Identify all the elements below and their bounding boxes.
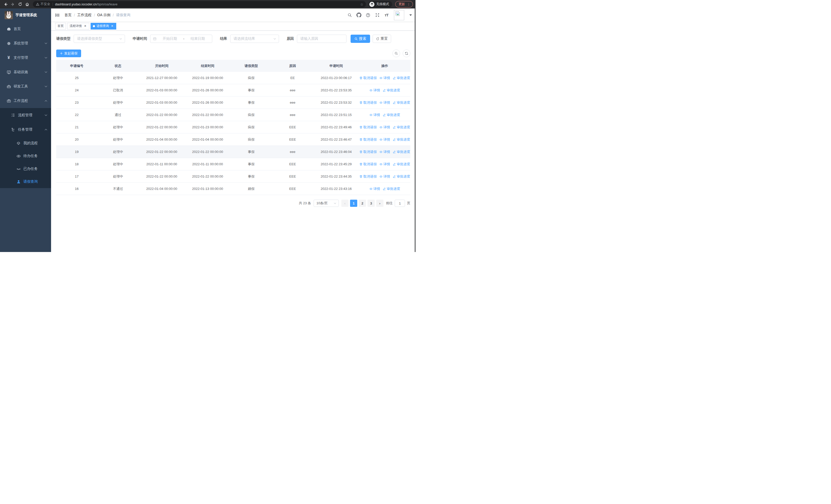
create-leave-button[interactable]: 发起请假 <box>56 50 81 57</box>
sidebar-item-infra[interactable]: 基础设施 <box>0 65 51 79</box>
font-size-icon[interactable]: ᴛT <box>384 12 389 18</box>
window-scrollbar-edge[interactable] <box>415 8 416 252</box>
breadcrumb-home[interactable]: 首页 <box>64 13 71 18</box>
sidebar-item-task-mgmt[interactable]: 任务管理 <box>0 122 51 137</box>
sidebar-item-done-tasks[interactable]: 已办任务 <box>0 162 51 175</box>
sidebar-item-devtools[interactable]: 研发工具 <box>0 79 51 94</box>
breadcrumb-oa[interactable]: OA 示例 <box>97 13 110 18</box>
avatar[interactable] <box>394 10 404 20</box>
next-page-button[interactable]: › <box>376 200 383 207</box>
browser-forward-icon[interactable] <box>9 1 17 8</box>
collapse-sidebar-icon[interactable] <box>55 12 60 18</box>
trash-icon <box>359 138 363 141</box>
action-progress-link[interactable]: 审批进度 <box>393 100 410 105</box>
browser-home-icon[interactable] <box>24 1 31 8</box>
page-button-2[interactable]: 2 <box>359 200 366 207</box>
reset-button[interactable]: 重置 <box>373 35 391 43</box>
action-cancel-link[interactable]: 取消请假 <box>359 125 377 129</box>
trash-icon <box>359 101 363 104</box>
leave-type-select[interactable]: 请选择请假类型 <box>74 35 125 43</box>
sidebar-item-process-mgmt[interactable]: 流程管理 <box>0 108 51 122</box>
cell-start-time: 2022-01-11 00:00:00 <box>139 162 185 166</box>
sidebar-item-leave-query[interactable]: 请假查询 <box>0 175 51 188</box>
browser-back-icon[interactable] <box>2 1 9 8</box>
cell-leave-type: 婚假 <box>230 186 272 191</box>
reason-input[interactable]: 请输入原因 <box>297 35 346 43</box>
help-icon[interactable] <box>365 12 371 18</box>
action-detail-link[interactable]: 详情 <box>369 113 380 117</box>
action-cancel-link[interactable]: 取消请假 <box>359 174 377 179</box>
action-progress-link[interactable]: 审批进度 <box>393 162 410 167</box>
start-date-input[interactable]: 开始日期 <box>158 36 182 41</box>
action-detail-link[interactable]: 详情 <box>379 174 390 179</box>
result-select[interactable]: 请选择流结果 <box>230 35 279 43</box>
tag-process-detail[interactable]: 流程详情 ✕ <box>67 23 89 30</box>
action-cancel-link[interactable]: 取消请假 <box>359 100 377 105</box>
cell-end-time: 2022-01-22 00:00:00 <box>185 175 230 178</box>
cell-end-time: 2022-01-23 00:00:00 <box>185 125 230 129</box>
search-button[interactable]: 搜索 <box>350 35 370 43</box>
refresh-table-button[interactable] <box>403 50 410 57</box>
action-detail-link[interactable]: 详情 <box>379 125 390 129</box>
close-icon[interactable]: ✕ <box>83 24 87 28</box>
sidebar-item-my-process[interactable]: 我的流程 <box>0 137 51 150</box>
sidebar-item-home[interactable]: 首页 <box>0 22 51 36</box>
action-progress-link[interactable]: 审批进度 <box>393 125 410 129</box>
action-progress-link[interactable]: 审批进度 <box>393 150 410 154</box>
cell-start-time: 2022-01-04 00:00:00 <box>139 138 185 141</box>
calendar-icon <box>153 37 156 40</box>
avatar-dropdown-caret[interactable] <box>409 14 412 16</box>
goto-page-input[interactable]: 1 <box>395 200 405 207</box>
action-detail-link[interactable]: 详情 <box>379 162 390 167</box>
action-detail-link[interactable]: 详情 <box>379 150 390 154</box>
toggle-search-button[interactable] <box>393 50 400 57</box>
address-bar[interactable]: 不安全 dashboard.yudao.iocoder.cn/bpm/oa/le… <box>33 1 366 7</box>
action-detail-link[interactable]: 详情 <box>379 76 390 80</box>
col-actions: 操作 <box>359 64 410 68</box>
breadcrumb-workflow[interactable]: 工作流程 <box>77 13 92 18</box>
action-cancel-link[interactable]: 取消请假 <box>359 137 377 142</box>
action-detail-link[interactable]: 详情 <box>379 137 390 142</box>
tag-home[interactable]: 首页 <box>55 23 66 30</box>
browser-menu-icon[interactable]: ⋮ <box>407 2 410 6</box>
sidebar-item-payment[interactable]: ¥ 支付管理 <box>0 51 51 65</box>
sidebar-item-system[interactable]: 系统管理 <box>0 36 51 51</box>
action-progress-link[interactable]: 审批进度 <box>393 76 410 80</box>
table-row: 20 处理中 2022-01-04 00:00:00 2022-01-04 00… <box>56 134 410 146</box>
apply-time-range-picker[interactable]: 开始日期 - 结束日期 <box>150 35 212 43</box>
sidebar-item-workflow[interactable]: 工作流程 <box>0 94 51 108</box>
close-icon[interactable]: ✕ <box>110 24 114 28</box>
action-progress-link[interactable]: 审批进度 <box>383 113 400 117</box>
prev-page-button[interactable]: ‹ <box>341 200 348 207</box>
sidebar-logo[interactable]: 芋道管理系统 <box>0 8 51 22</box>
action-progress-link[interactable]: 审批进度 <box>393 137 410 142</box>
action-detail-link[interactable]: 详情 <box>369 88 380 93</box>
security-status[interactable]: 不安全 <box>36 2 50 6</box>
bookmark-star-icon[interactable]: ☆ <box>360 2 364 6</box>
fullscreen-icon[interactable] <box>374 12 380 18</box>
table-row: 16 不通过 2022-01-04 00:00:00 2022-01-13 00… <box>56 183 410 195</box>
edit-pen-icon <box>393 125 396 129</box>
action-progress-link[interactable]: 审批进度 <box>383 88 400 93</box>
action-cancel-link[interactable]: 取消请假 <box>359 162 377 167</box>
github-icon[interactable] <box>356 12 362 18</box>
cell-apply-time: 2022-01-22 23:49:46 <box>313 125 359 129</box>
cell-reason: eee <box>272 88 313 92</box>
end-date-input[interactable]: 结束日期 <box>186 36 209 41</box>
browser-reload-icon[interactable] <box>17 1 24 8</box>
action-cancel-link[interactable]: 取消请假 <box>359 150 377 154</box>
action-progress-link[interactable]: 审批进度 <box>393 174 410 179</box>
page-button-3[interactable]: 3 <box>368 200 375 207</box>
update-button[interactable]: 更新 ⋮ <box>395 1 413 7</box>
action-cancel-link[interactable]: 取消请假 <box>359 76 377 80</box>
page-size-select[interactable]: 10条/页 <box>314 200 339 207</box>
search-icon[interactable] <box>347 12 352 18</box>
sidebar-item-todo-tasks[interactable]: 待办任务 <box>0 150 51 162</box>
action-detail-link[interactable]: 详情 <box>379 100 390 105</box>
tag-leave-query[interactable]: 请假查询 ✕ <box>91 23 116 30</box>
action-progress-link[interactable]: 审批进度 <box>383 186 400 191</box>
action-detail-link[interactable]: 详情 <box>369 186 380 191</box>
cell-leave-type: 事假 <box>230 162 272 167</box>
cell-actions: 取消请假详情审批进度 <box>359 150 410 154</box>
page-button-1[interactable]: 1 <box>350 200 357 207</box>
